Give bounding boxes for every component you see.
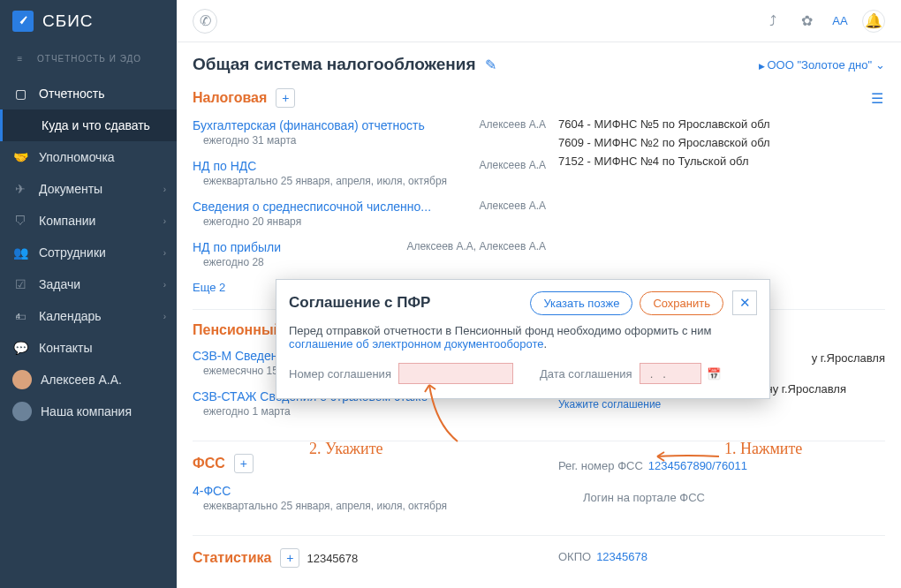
- report-row: НД по НДСАлексеев А.А ежеквартально 25 я…: [193, 155, 546, 196]
- chevron-right-icon: ›: [163, 248, 166, 258]
- document-icon: ▢: [12, 87, 28, 101]
- upload-button[interactable]: ⤴: [761, 10, 784, 33]
- calendar-icon: 📅: [707, 367, 721, 381]
- nav-sub-where[interactable]: Куда и что сдавать: [0, 109, 177, 141]
- topbar: ✆ ⤴ ✿ AA 🔔: [177, 0, 901, 42]
- fss-login-label: Логин на портале ФСС: [583, 491, 705, 504]
- report-link[interactable]: Бухгалтерская (финансовая) отчетность: [193, 118, 425, 132]
- section-pension-title[interactable]: Пенсионный: [193, 322, 282, 338]
- nav-tasks[interactable]: ☑Задачи›: [0, 268, 177, 300]
- checklist-icon: ☑: [12, 277, 28, 291]
- report-link[interactable]: НД по прибыли: [193, 240, 281, 254]
- nav-reports[interactable]: ▢Отчетность: [0, 78, 177, 109]
- report-schedule: ежегодно 20 января: [193, 214, 546, 233]
- tax-office: 7604 - МИФНС №5 по Ярославской обл: [558, 115, 885, 133]
- nav-authorization[interactable]: 🤝Уполномочка: [0, 141, 177, 173]
- agreement-number-label: Номер соглашения: [289, 367, 391, 381]
- nav-our-company[interactable]: Наша компания: [0, 396, 177, 427]
- report-owner: Алексеев А.А: [480, 118, 546, 132]
- user-avatar: [12, 370, 32, 389]
- nav-employees[interactable]: 👥Сотрудники›: [0, 237, 177, 268]
- shield-icon: ⛉: [12, 214, 28, 228]
- brand-text: СБИС: [42, 11, 94, 31]
- nav-calendar[interactable]: ▭4Календарь›: [0, 300, 177, 332]
- report-schedule: ежеквартально 25 января, апреля, июля, о…: [193, 498, 546, 517]
- add-tax-report-button[interactable]: +: [276, 88, 295, 108]
- report-owner: Алексеев А.А: [480, 200, 546, 214]
- report-row: Бухгалтерская (финансовая) отчетностьАле…: [193, 115, 546, 155]
- chat-icon: 💬: [12, 341, 28, 355]
- report-link[interactable]: 4-ФСС: [193, 484, 231, 498]
- more-link[interactable]: Еще 2: [193, 281, 225, 294]
- nav-contacts[interactable]: 💬Контакты: [0, 332, 177, 364]
- company-avatar: [12, 402, 32, 421]
- close-icon: ✕: [739, 295, 751, 311]
- chevron-right-icon: ›: [163, 280, 166, 290]
- close-button[interactable]: ✕: [732, 290, 757, 315]
- notifications-button[interactable]: 🔔: [862, 10, 885, 33]
- specify-agreement-link[interactable]: Укажите соглашение: [558, 398, 885, 411]
- report-owner: Алексеев А.А, Алексеев А.А: [406, 240, 546, 254]
- add-stat-report-button[interactable]: +: [280, 548, 299, 568]
- bell-icon: 🔔: [865, 12, 882, 29]
- add-fss-report-button[interactable]: +: [234, 454, 254, 473]
- okpo-label: ОКПО: [558, 550, 591, 563]
- edit-title-button[interactable]: ✎: [485, 57, 496, 73]
- section-stat-title[interactable]: Статистика: [193, 550, 271, 566]
- chevron-right-icon: ›: [163, 312, 166, 321]
- okpo-value[interactable]: 12345678: [596, 550, 647, 563]
- pencil-icon: ✎: [485, 57, 496, 72]
- calendar-picker-button[interactable]: 📅: [707, 367, 721, 381]
- page-title: Общая система налогообложения: [193, 55, 476, 74]
- send-icon: ✈: [12, 182, 28, 196]
- fss-reg-value[interactable]: 1234567890/76011: [648, 459, 747, 472]
- calendar-badge: 4: [16, 312, 20, 320]
- phone-button[interactable]: ✆: [193, 9, 217, 34]
- chevron-right-icon: ›: [163, 185, 166, 194]
- later-button[interactable]: Указать позже: [530, 291, 632, 315]
- modal-text: Перед отправкой отчетности в Пенсионный …: [289, 324, 711, 337]
- report-owner: Алексеев А.А: [480, 159, 546, 173]
- agreement-date-input[interactable]: [640, 363, 701, 384]
- report-row: 4-ФСС ежеквартально 25 января, апреля, и…: [193, 480, 546, 521]
- hamburger-icon: ≡: [12, 54, 28, 64]
- triangle-right-icon: ▶: [759, 62, 765, 71]
- report-row: Сведения о среднесписочной численно...Ал…: [193, 196, 546, 237]
- section-subhead[interactable]: ≡ ОТЧЕТНОСТЬ И ЭДО: [0, 42, 177, 74]
- save-button[interactable]: Сохранить: [640, 291, 723, 315]
- fontsize-button[interactable]: AA: [829, 10, 852, 33]
- brand-row: СБИС: [0, 0, 177, 42]
- agreement-date-label: Дата соглашения: [540, 367, 632, 381]
- report-row: НД по прибылиАлексеев А.А, Алексеев А.А …: [193, 237, 546, 277]
- handshake-icon: 🤝: [12, 150, 28, 164]
- chevron-down-icon: ⌄: [875, 58, 885, 72]
- settings-button[interactable]: ✿: [795, 10, 818, 33]
- chevron-right-icon: ›: [163, 216, 166, 226]
- gear-icon: ✿: [801, 12, 813, 29]
- subhead-label: ОТЧЕТНОСТЬ И ЭДО: [37, 54, 141, 64]
- modal-title: Соглашение с ПФР: [289, 294, 523, 312]
- tax-office: 7152 - МИФНС №4 по Тульской обл: [558, 152, 885, 170]
- nav-user[interactable]: Алексеев А.А.: [0, 364, 177, 396]
- modal-doc-link[interactable]: соглашение об электронном документооборо…: [289, 337, 543, 351]
- agreement-number-input[interactable]: [398, 363, 513, 384]
- stat-value: 12345678: [307, 552, 358, 565]
- fss-reg-label: Рег. номер ФСС: [558, 459, 643, 472]
- filter-icon: ☰: [871, 91, 883, 106]
- section-fss-title[interactable]: ФСС: [193, 456, 225, 471]
- agreement-modal: Соглашение с ПФР Указать позже Сохранить…: [276, 279, 770, 399]
- filter-button[interactable]: ☰: [871, 90, 883, 107]
- report-link[interactable]: НД по НДС: [193, 159, 256, 173]
- report-schedule: ежегодно 31 марта: [193, 132, 546, 152]
- report-schedule: ежеквартально 25 января, апреля, июля, о…: [193, 173, 546, 192]
- nav-companies[interactable]: ⛉Компании›: [0, 205, 177, 237]
- report-schedule: ежегодно 28: [193, 254, 546, 274]
- upload-icon: ⤴: [769, 13, 776, 29]
- font-icon: AA: [832, 14, 847, 27]
- nav-documents[interactable]: ✈Документы›: [0, 173, 177, 205]
- brand-logo-icon: [12, 11, 34, 32]
- company-selector[interactable]: ▶ООО "Золотое дно"⌄: [759, 58, 885, 72]
- section-tax-title[interactable]: Налоговая: [193, 90, 267, 106]
- report-link[interactable]: Сведения о среднесписочной численно...: [193, 200, 431, 214]
- tax-office: 7609 - МИФНС №2 по Ярославской обл: [558, 133, 885, 152]
